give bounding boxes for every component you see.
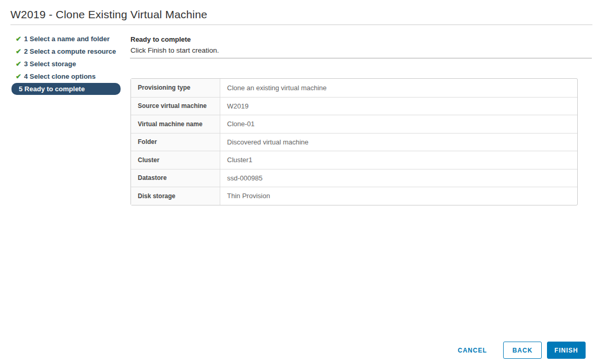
summary-label: Virtual machine name (131, 115, 220, 133)
summary-row: Provisioning typeClone an existing virtu… (131, 79, 577, 97)
summary-label: Source virtual machine (131, 98, 220, 115)
content-divider (130, 58, 592, 58)
check-icon: ✔ (16, 48, 24, 55)
wizard-step-label: 2 Select a compute resource (24, 47, 116, 55)
summary-value: Discovered virtual machine (220, 134, 577, 151)
summary-label: Datastore (131, 169, 220, 187)
wizard-step-label: 5 Ready to complete (19, 85, 85, 93)
wizard-step-list: ✔1 Select a name and folder✔2 Select a c… (11, 32, 121, 95)
step-subheading: Click Finish to start creation. (130, 46, 219, 54)
wizard-step-label: 3 Select storage (24, 60, 76, 68)
summary-row: Virtual machine nameClone-01 (131, 115, 577, 133)
summary-value: W2019 (220, 98, 577, 115)
wizard-step-2[interactable]: ✔2 Select a compute resource (11, 45, 121, 57)
wizard-step-4[interactable]: ✔4 Select clone options (11, 70, 121, 82)
summary-value: Clone-01 (220, 115, 577, 133)
footer-actions: CANCEL BACK FINISH (456, 342, 586, 359)
summary-value: ssd-000985 (220, 169, 577, 187)
check-icon: ✔ (16, 60, 24, 67)
summary-value: Cluster1 (220, 151, 577, 169)
summary-label: Disk storage (131, 187, 220, 205)
summary-row: Source virtual machineW2019 (131, 97, 577, 115)
wizard-step-5[interactable]: 5 Ready to complete (11, 83, 121, 95)
summary-row: Disk storageThin Provision (131, 187, 577, 205)
finish-button[interactable]: FINISH (547, 342, 586, 359)
page-title: W2019 - Clone Existing Virtual Machine (10, 8, 207, 21)
summary-label: Folder (131, 134, 220, 151)
step-heading: Ready to complete (130, 35, 191, 43)
title-divider (10, 25, 592, 25)
check-icon: ✔ (16, 73, 24, 80)
cancel-button[interactable]: CANCEL (456, 347, 489, 354)
summary-row: Datastoressd-000985 (131, 169, 577, 187)
back-button[interactable]: BACK (503, 342, 542, 359)
summary-value: Thin Provision (220, 187, 577, 205)
summary-value: Clone an existing virtual machine (220, 79, 577, 97)
wizard-step-1[interactable]: ✔1 Select a name and folder (11, 32, 121, 45)
wizard-step-3[interactable]: ✔3 Select storage (11, 57, 121, 70)
summary-row: ClusterCluster1 (131, 151, 577, 169)
summary-row: FolderDiscovered virtual machine (131, 133, 577, 151)
wizard-step-label: 4 Select clone options (24, 72, 96, 80)
summary-label: Provisioning type (131, 79, 220, 97)
wizard-step-label: 1 Select a name and folder (24, 35, 110, 43)
check-icon: ✔ (16, 35, 24, 42)
summary-label: Cluster (131, 151, 220, 169)
summary-table: Provisioning typeClone an existing virtu… (130, 78, 578, 205)
